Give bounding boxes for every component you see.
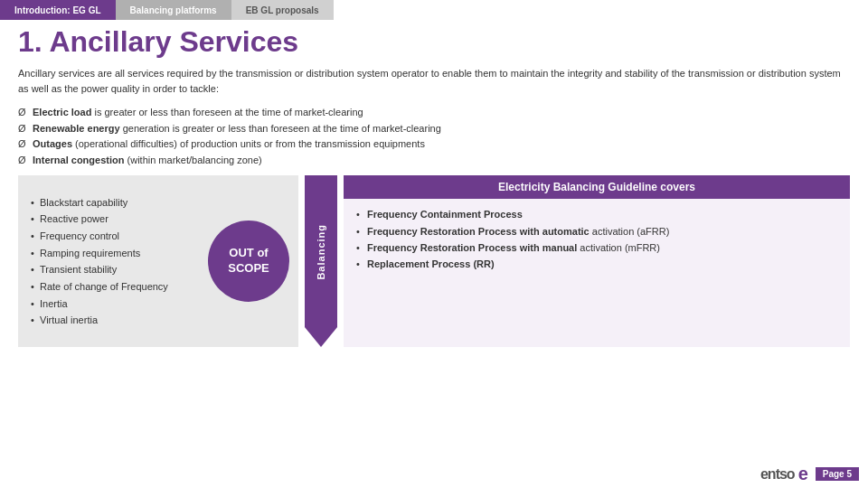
bold-outages: Outages bbox=[33, 138, 72, 149]
page-number: Page 5 bbox=[816, 467, 859, 481]
list-item: Ramping requirements bbox=[31, 245, 199, 262]
balancing-arrow: Balancing bbox=[305, 175, 337, 347]
right-panel-header: Electricity Balancing Guideline covers bbox=[344, 175, 850, 199]
list-item: Inertia bbox=[31, 296, 199, 313]
list-item: Rate of change of Frequency bbox=[31, 278, 199, 296]
entso-e-letter: e bbox=[798, 464, 808, 484]
list-item: Blackstart capability bbox=[31, 194, 199, 211]
left-items-list: Blackstart capability Reactive power Fre… bbox=[31, 194, 199, 330]
list-item: Transient stability bbox=[31, 261, 199, 278]
right-item-rest: activation (aFRR) bbox=[590, 226, 670, 237]
list-item: Frequency control bbox=[31, 228, 199, 245]
arrow-head bbox=[305, 327, 337, 347]
scope-line1: OUT of bbox=[229, 246, 268, 261]
bullet-internal-congestion: Internal congestion (within market/balan… bbox=[18, 153, 850, 169]
balancing-label: Balancing bbox=[316, 224, 326, 280]
bullet-outages: Outages (operational difficulties) of pr… bbox=[18, 136, 850, 153]
text-electric-load: is greater or less than foreseen at the … bbox=[91, 107, 363, 117]
nav-item-ebgl[interactable]: EB GL proposals bbox=[231, 0, 334, 20]
entso-logo: entso e bbox=[760, 464, 808, 484]
list-item: Reactive power bbox=[31, 211, 199, 228]
arrow-body: Balancing bbox=[305, 175, 337, 327]
right-list-item: Frequency Restoration Process with autom… bbox=[356, 223, 837, 239]
nav-item-introduction[interactable]: Introduction: EG GL bbox=[0, 0, 116, 20]
right-item-bold: Replacement Process (RR) bbox=[367, 258, 495, 269]
right-list-item: Frequency Containment Process bbox=[356, 206, 837, 222]
nav-label-introduction: Introduction: EG GL bbox=[14, 5, 101, 15]
balancing-column: Balancing bbox=[298, 175, 344, 347]
main-content: Ancillary services are all services requ… bbox=[0, 62, 868, 347]
bottom-section: Blackstart capability Reactive power Fre… bbox=[18, 175, 850, 347]
bullet-electric-load: Electric load is greater or less than fo… bbox=[18, 105, 850, 121]
footer: entso e Page 5 bbox=[0, 460, 868, 488]
left-panel: Blackstart capability Reactive power Fre… bbox=[18, 175, 298, 347]
right-list-item: Frequency Restoration Process with manua… bbox=[356, 239, 837, 256]
main-bullet-list: Electric load is greater or less than fo… bbox=[18, 105, 850, 168]
top-navigation: Introduction: EG GL Balancing platforms … bbox=[0, 0, 868, 20]
text-outages: (operational difficulties) of production… bbox=[72, 138, 425, 149]
nav-label-balancing: Balancing platforms bbox=[130, 5, 217, 15]
right-list-item: Replacement Process (RR) bbox=[356, 256, 837, 272]
scope-circle: OUT of SCOPE bbox=[208, 221, 289, 302]
bullet-renewable-energy: Renewable energy generation is greater o… bbox=[18, 121, 850, 137]
bold-renewable-energy: Renewable energy bbox=[33, 123, 120, 134]
nav-label-ebgl: EB GL proposals bbox=[246, 5, 319, 15]
nav-item-balancing[interactable]: Balancing platforms bbox=[116, 0, 231, 20]
page-title: 1. Ancillary Services bbox=[0, 20, 868, 62]
right-item-bold: Frequency Restoration Process with manua… bbox=[367, 242, 577, 253]
text-internal-congestion: (within market/balancing zone) bbox=[124, 155, 261, 165]
text-renewable-energy: generation is greater or less than fores… bbox=[120, 123, 441, 134]
right-item-rest: activation (mFRR) bbox=[577, 242, 660, 253]
right-panel-content: Frequency Containment Process Frequency … bbox=[344, 199, 850, 347]
scope-line2: SCOPE bbox=[228, 261, 269, 277]
bold-internal-congestion: Internal congestion bbox=[33, 155, 124, 165]
right-items-list: Frequency Containment Process Frequency … bbox=[356, 206, 837, 272]
intro-paragraph: Ancillary services are all services requ… bbox=[18, 66, 850, 96]
right-panel: Electricity Balancing Guideline covers F… bbox=[344, 175, 850, 347]
bold-electric-load: Electric load bbox=[33, 107, 91, 117]
list-item: Virtual inertia bbox=[31, 312, 199, 329]
entso-text: entso bbox=[760, 466, 795, 483]
right-item-bold: Frequency Containment Process bbox=[367, 209, 523, 220]
right-item-bold: Frequency Restoration Process with autom… bbox=[367, 226, 590, 237]
